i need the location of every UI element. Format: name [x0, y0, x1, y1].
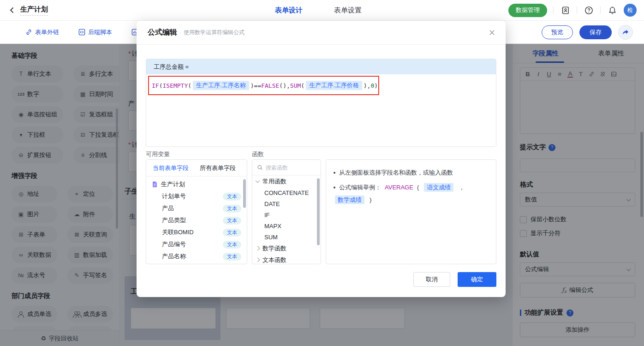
chevron-right-icon [256, 258, 260, 262]
function-group-common[interactable]: 常用函数 [252, 176, 321, 187]
function-search-input[interactable] [266, 164, 312, 171]
modal-title: 公式编辑 [148, 28, 177, 37]
tab-form-design[interactable]: 表单设计 [275, 6, 303, 15]
formula-editor-modal: 公式编辑 使用数学运算符编辑公式 工序总金额 = IF(ISEMPTY(生产工序… [137, 21, 506, 297]
type-badge: 文本 [223, 205, 241, 212]
document-icon [152, 181, 158, 188]
formula-paren: ), [364, 82, 371, 89]
variable-item[interactable]: 计划单号文本 [146, 190, 247, 202]
type-badge: 文本 [223, 217, 241, 225]
formula-function: FALSE [261, 82, 279, 89]
hints-panel: 从左侧面板选择字段名和函数，或输入函数 公式编辑举例： AVERAGE ( 语文… [326, 159, 496, 264]
formula-paren: ( [188, 82, 191, 89]
formula-paren: ) [374, 82, 378, 89]
hint-line: 从左侧面板选择字段名和函数，或输入函数 [334, 168, 489, 177]
preview-button[interactable]: 预览 [542, 25, 573, 39]
function-item[interactable]: SUM [252, 231, 321, 243]
data-manage-button[interactable]: 数据管理 [508, 4, 547, 17]
functions-scrollbar[interactable] [317, 178, 320, 245]
chevron-left-icon [8, 6, 16, 14]
field-chip[interactable]: 生产工序.工序价格 [306, 81, 362, 90]
contact-book-icon[interactable] [560, 5, 571, 16]
app-header: 生产计划 表单设计 表单设置 数据管理 检 [0, 0, 644, 21]
variable-item[interactable]: 产品名称文本 [146, 250, 247, 262]
field-chip[interactable]: 生产工序.工序名称 [193, 81, 249, 90]
modal-subtitle: 使用数学运算符编辑公式 [184, 29, 244, 36]
divider [577, 6, 577, 14]
share-arrow-icon [622, 29, 629, 36]
formula-number: 0 [370, 82, 374, 89]
function-search [252, 160, 321, 176]
formula-expression: IF(ISEMPTY(生产工序.工序名称)==FALSE(),SUM(生产工序.… [152, 81, 378, 90]
variables-label: 可用变量 [146, 150, 170, 158]
divider [600, 6, 601, 14]
form-root-node[interactable]: 生产计划 [146, 176, 247, 190]
functions-panel: 常用函数 CONCATENATE DATE IF MAPX SUM 数学函数 文… [252, 159, 321, 264]
functions-label: 函数 [252, 150, 264, 158]
field-chip: 语文成绩 [424, 183, 453, 192]
share-button[interactable] [618, 25, 633, 40]
formula-editor-box: 工序总金额 = IF(ISEMPTY(生产工序.工序名称)==FALSE(),S… [146, 59, 496, 147]
field-chip: 数学成绩 [335, 195, 364, 204]
function-item[interactable]: IF [252, 209, 321, 220]
hint-example-line: 公式编辑举例： AVERAGE ( 语文成绩 ， 数学成绩 ) [334, 183, 489, 204]
form-designer-screen: 生产计划 表单设计 表单设置 数据管理 检 [0, 0, 644, 346]
tab-all-form-fields[interactable]: 所有表单字段 [200, 164, 236, 172]
modal-header: 公式编辑 使用数学运算符编辑公式 [137, 21, 506, 45]
formula-function: SUM [290, 82, 301, 89]
chevron-down-icon [256, 178, 260, 183]
type-badge: 文本 [223, 241, 241, 249]
variable-item[interactable]: 产品文本 [146, 202, 247, 214]
backend-script-button[interactable]: 后端脚本 [78, 28, 112, 36]
tab-current-form-fields[interactable]: 当前表单字段 [153, 164, 189, 172]
function-item[interactable]: DATE [252, 198, 321, 209]
confirm-button[interactable]: 确定 [458, 272, 496, 287]
bell-icon[interactable] [607, 5, 618, 16]
script-icon [78, 29, 85, 36]
save-button[interactable]: 保存 [579, 25, 612, 39]
formula-function: IF [152, 82, 159, 89]
bullet [334, 187, 335, 188]
variable-item[interactable]: 产品编号文本 [146, 238, 247, 250]
type-badge: 文本 [223, 253, 241, 261]
header-tabs: 表单设计 表单设置 [275, 6, 362, 15]
close-icon[interactable] [489, 29, 495, 36]
cancel-button[interactable]: 取消 [413, 272, 450, 287]
function-group-text[interactable]: 文本函数 [252, 254, 321, 264]
variable-item[interactable]: 产品类型文本 [146, 214, 247, 226]
formula-input-area[interactable]: IF(ISEMPTY(生产工序.工序名称)==FALSE(),SUM(生产工序.… [146, 74, 496, 147]
help-icon[interactable] [583, 5, 594, 16]
function-item[interactable]: MAPX [252, 220, 321, 231]
avatar[interactable]: 检 [624, 4, 637, 17]
modal-footer: 取消 确定 [413, 272, 496, 287]
formula-target-field: 工序总金额 = [146, 59, 496, 74]
tab-form-settings[interactable]: 表单设置 [334, 6, 362, 15]
type-badge: 文本 [223, 193, 241, 200]
variable-item[interactable]: 关联BOMID文本 [146, 226, 247, 238]
formula-operator: )== [250, 82, 261, 89]
search-icon [257, 164, 263, 170]
form-external-link-button[interactable]: 表单外链 [25, 28, 59, 36]
link-icon [25, 29, 32, 36]
chevron-right-icon [256, 246, 260, 251]
formula-paren: ( [159, 82, 163, 89]
variables-scrollbar[interactable] [243, 179, 246, 208]
page-title[interactable]: 生产计划 [20, 5, 48, 16]
back-button[interactable] [8, 6, 16, 14]
formula-paren: (), [279, 82, 290, 89]
function-group-math[interactable]: 数学函数 [252, 243, 321, 254]
variables-panel: 当前表单字段 所有表单字段 生产计划 计划单号文本 产品文本 产品类型文本 关联… [146, 159, 247, 264]
function-item[interactable]: CONCATENATE [252, 187, 321, 198]
type-badge: 文本 [223, 229, 241, 237]
divider [553, 6, 554, 14]
example-function: AVERAGE [385, 183, 413, 192]
formula-paren: ( [301, 82, 304, 89]
formula-function: ISEMPTY [162, 82, 188, 89]
bullet [334, 172, 335, 174]
